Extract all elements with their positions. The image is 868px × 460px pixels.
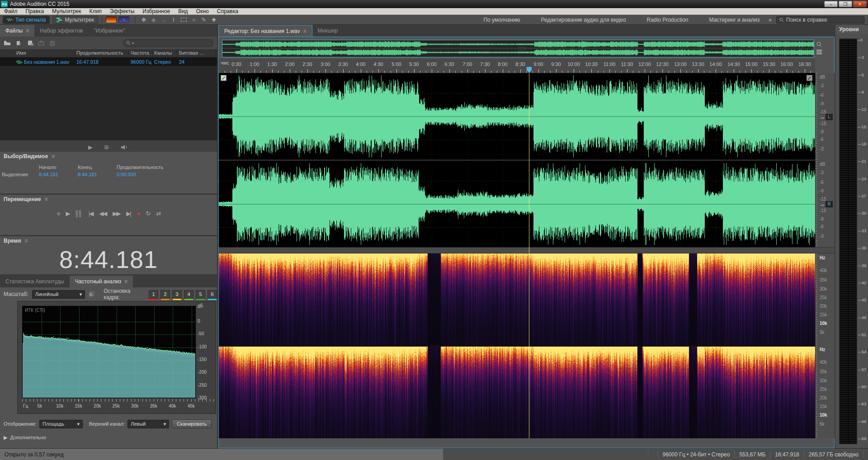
panel-menu-icon[interactable]: ≡: [24, 238, 28, 244]
rewind-button[interactable]: ◀◀: [99, 210, 106, 217]
show-waveform-display-button[interactable]: ∿: [118, 16, 129, 23]
workspace-button-0[interactable]: По умолчанию: [479, 16, 524, 24]
advanced-expander[interactable]: ▶ Дополнительно: [4, 435, 46, 441]
channel-badge-R[interactable]: R: [826, 201, 833, 207]
analysis-tab-1[interactable]: Частотный анализ≡: [70, 276, 133, 287]
drop-to-multitrack-icon[interactable]: ⊞: [104, 144, 109, 150]
waveform-display[interactable]: [219, 73, 815, 247]
play-button[interactable]: ▶: [66, 210, 70, 217]
column-header-3[interactable]: Каналы: [152, 49, 177, 57]
panel-menu-icon[interactable]: ≡: [45, 196, 48, 202]
column-header-2[interactable]: Частота ▲: [129, 49, 152, 57]
overview-navigator[interactable]: ··········: [222, 40, 814, 57]
level-meter[interactable]: [839, 38, 857, 444]
move-tool[interactable]: ✥: [139, 17, 149, 23]
scale-select[interactable]: Линейный▾: [32, 290, 85, 299]
menu-item-3[interactable]: Клип: [85, 8, 106, 15]
menu-item-2[interactable]: Мультитрек: [48, 8, 85, 15]
menu-item-7[interactable]: Окно: [192, 8, 213, 15]
file-row[interactable]: Без названия 1.wav16:47.91896000 ГцСтере…: [0, 57, 217, 66]
menu-item-6[interactable]: Вид: [174, 8, 192, 15]
editor-tab-0[interactable]: Редактор: Без названия 1.wav≡: [218, 25, 312, 37]
menu-item-1[interactable]: Правка: [22, 8, 48, 15]
current-time-display[interactable]: 8:44.181: [0, 245, 217, 273]
file-list-empty-area[interactable]: [0, 66, 217, 140]
help-search-input[interactable]: Поиск в справке: [776, 16, 864, 23]
selection-duration-value[interactable]: 0:00.000: [117, 172, 175, 177]
panel-menu-icon[interactable]: ≡: [303, 28, 307, 34]
workspace-button-3[interactable]: Мастеринг и анализ: [705, 16, 764, 24]
column-header-1[interactable]: Продолжительность: [75, 49, 129, 57]
slip-tool[interactable]: ↔: [159, 17, 169, 23]
scan-button[interactable]: Сканировать: [172, 419, 212, 428]
panel-menu-icon[interactable]: ≡: [26, 28, 29, 34]
freeze-frame-button-2[interactable]: 2: [160, 290, 170, 299]
maximize-button[interactable]: ❐: [839, 1, 852, 7]
show-spectral-display-button[interactable]: [106, 16, 117, 23]
workspace-overflow-button[interactable]: »: [766, 17, 774, 23]
selection-start-value[interactable]: 8:44.181: [39, 172, 78, 177]
lasso-selection-tool[interactable]: ○: [189, 17, 199, 23]
paintbrush-selection-tool[interactable]: ✎: [199, 17, 209, 23]
trash-icon[interactable]: [50, 40, 55, 46]
top-channel-select[interactable]: Левый▾: [127, 420, 169, 428]
panel-options-icon[interactable]: [816, 50, 822, 54]
new-file-icon[interactable]: [27, 40, 33, 46]
display-select[interactable]: Площадь▾: [39, 420, 83, 428]
record-button[interactable]: ●: [137, 210, 140, 217]
insert-to-multitrack-icon[interactable]: [38, 40, 45, 46]
spectrogram-display[interactable]: [219, 253, 815, 438]
overview-grip[interactable]: ··········: [518, 47, 526, 51]
menu-item-0[interactable]: Файл: [0, 8, 22, 15]
fast-forward-button[interactable]: ▶▶: [113, 210, 120, 217]
frequency-analysis-chart[interactable]: [22, 306, 196, 398]
timeline-ruler[interactable]: чмс: [219, 59, 815, 73]
auto-play-icon[interactable]: [121, 145, 129, 150]
open-file-icon[interactable]: [4, 40, 11, 46]
multitrack-view-button[interactable]: Мультитрек: [52, 16, 98, 24]
marquee-selection-tool[interactable]: [181, 18, 187, 22]
analysis-tab-0[interactable]: Статистика Амплитуды: [0, 276, 70, 287]
files-tab-1[interactable]: Набор эффектов: [34, 25, 88, 37]
waveform-spectrogram-splitter[interactable]: ······: [219, 247, 835, 253]
files-tab-0[interactable]: Файлы≡: [0, 25, 34, 37]
channel-badge-L[interactable]: L: [826, 114, 833, 120]
column-header-4[interactable]: Битовая ...: [177, 49, 216, 57]
panel-menu-icon[interactable]: ≡: [52, 153, 55, 160]
skip-selection-button[interactable]: ⇄: [156, 210, 160, 217]
menu-item-4[interactable]: Эффекты: [106, 8, 139, 15]
preview-play-icon[interactable]: ▶: [88, 144, 92, 150]
channel-edit-enabled-icon[interactable]: [221, 75, 226, 81]
column-header-0[interactable]: Имя: [0, 49, 75, 57]
menu-item-5[interactable]: Избранное: [138, 8, 174, 15]
freeze-frame-button-3[interactable]: 3: [172, 290, 182, 299]
workspace-button-2[interactable]: Radio Production: [642, 16, 693, 24]
skip-to-start-button[interactable]: |◀: [89, 210, 93, 217]
files-search-input[interactable]: ▾: [123, 39, 213, 47]
skip-to-end-button[interactable]: ▶|: [126, 210, 130, 217]
spot-healing-brush-tool[interactable]: ✚: [209, 17, 219, 23]
import-file-icon[interactable]: [15, 40, 23, 46]
selection-end-value[interactable]: 8:44.181: [78, 172, 117, 177]
razor-tool[interactable]: ◆: [149, 17, 159, 23]
stop-button[interactable]: ■: [57, 210, 60, 217]
freeze-frame-button-4[interactable]: 4: [184, 290, 193, 299]
waveform-view-button[interactable]: Тип сигнала: [3, 16, 50, 24]
close-button[interactable]: ×: [853, 1, 867, 7]
zoom-icon[interactable]: [816, 42, 822, 47]
panel-menu-icon[interactable]: ≡: [124, 278, 127, 285]
time-selection-tool[interactable]: I: [169, 17, 179, 23]
copy-icon[interactable]: [89, 291, 94, 297]
minimize-button[interactable]: –: [824, 1, 838, 7]
freeze-frame-button-1[interactable]: 1: [149, 290, 158, 299]
files-tab-2[interactable]: "Избранное": [88, 25, 130, 37]
selection-duration-header: Продолжительность: [117, 164, 175, 170]
freeze-frame-button-5[interactable]: 5: [196, 290, 205, 299]
freeze-frame-button-6[interactable]: 6: [208, 290, 217, 299]
menu-item-8[interactable]: Справка: [213, 8, 242, 15]
editor-tab-1[interactable]: Микшер: [312, 25, 344, 37]
channel-edit-disabled-icon[interactable]: [807, 75, 812, 81]
workspace-button-1[interactable]: Редактирование аудио для видео: [537, 16, 631, 24]
pause-button[interactable]: ▌▌: [76, 210, 82, 217]
loop-playback-button[interactable]: ↻: [146, 210, 150, 217]
